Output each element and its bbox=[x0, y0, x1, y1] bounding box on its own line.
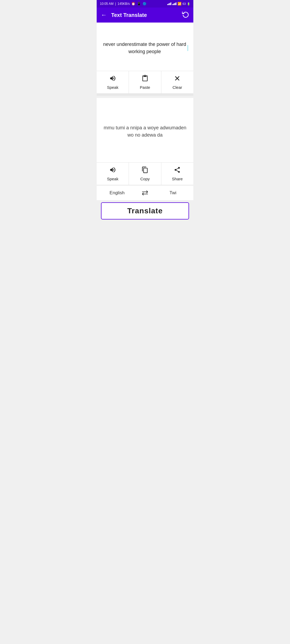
input-action-row: Speak Paste Clear bbox=[97, 71, 193, 93]
output-speak-label: Speak bbox=[107, 177, 118, 181]
header: ← Text Translate bbox=[97, 8, 193, 23]
time-display: 10:05 AM bbox=[100, 2, 114, 6]
whatsapp-icon: 📱 bbox=[137, 2, 141, 6]
copy-icon bbox=[142, 166, 148, 175]
share-button[interactable]: Share bbox=[161, 163, 193, 185]
input-section: never underestimate the power of hard wo… bbox=[97, 23, 193, 94]
page-title: Text Translate bbox=[111, 12, 182, 18]
copy-button[interactable]: Copy bbox=[129, 163, 161, 185]
output-action-row: Speak Copy Share bbox=[97, 162, 193, 185]
source-language-label: English bbox=[110, 190, 125, 196]
wifi-icon: 📶 bbox=[177, 2, 182, 6]
signal-bars-2 bbox=[172, 2, 176, 5]
language-bar: English Twi bbox=[97, 185, 193, 200]
network-speed: | bbox=[115, 2, 116, 6]
target-language-button[interactable]: Twi bbox=[153, 185, 193, 200]
text-cursor bbox=[188, 45, 188, 51]
input-speak-button[interactable]: Speak bbox=[97, 71, 129, 93]
output-speak-button[interactable]: Speak bbox=[97, 163, 129, 185]
output-speak-icon bbox=[109, 166, 116, 175]
output-text-display: mmu tumi a nnipa a woye adwumaden wo no … bbox=[97, 98, 193, 162]
status-right: 📶 63 🔋 bbox=[167, 2, 190, 6]
signal-bars-1 bbox=[167, 2, 171, 5]
input-speak-label: Speak bbox=[107, 85, 118, 90]
paste-button[interactable]: Paste bbox=[129, 71, 161, 93]
status-bar: 10:05 AM | 145KB/s ⏰ 📱 🔵 📶 63 🔋 bbox=[97, 0, 193, 8]
clear-button[interactable]: Clear bbox=[161, 71, 193, 93]
input-text-display[interactable]: never underestimate the power of hard wo… bbox=[97, 23, 193, 71]
share-label: Share bbox=[172, 177, 183, 181]
source-language-button[interactable]: English bbox=[97, 185, 137, 200]
back-button[interactable]: ← bbox=[101, 12, 107, 19]
copy-label: Copy bbox=[140, 177, 150, 181]
network-speed-value: 145KB/s bbox=[118, 2, 130, 6]
target-language-label: Twi bbox=[169, 190, 176, 196]
section-divider bbox=[97, 94, 193, 96]
output-section: mmu tumi a nnipa a woye adwumaden wo no … bbox=[97, 98, 193, 185]
battery-percent: 63 bbox=[183, 2, 186, 5]
status-left: 10:05 AM | 145KB/s ⏰ 📱 🔵 bbox=[100, 2, 147, 6]
translate-button[interactable]: Translate bbox=[101, 202, 189, 219]
paste-label: Paste bbox=[140, 85, 150, 90]
share-icon bbox=[174, 166, 181, 175]
clear-label: Clear bbox=[172, 85, 182, 90]
output-text: mmu tumi a nnipa a woye adwumaden wo no … bbox=[102, 124, 188, 139]
speak-icon bbox=[109, 75, 116, 83]
vpn-icon: 🔵 bbox=[143, 2, 147, 6]
history-button[interactable] bbox=[182, 11, 189, 19]
input-text: never underestimate the power of hard wo… bbox=[102, 41, 187, 55]
swap-languages-button[interactable] bbox=[137, 190, 153, 196]
alarm-icon: ⏰ bbox=[131, 2, 135, 6]
clear-icon bbox=[174, 75, 181, 83]
paste-icon bbox=[142, 75, 148, 83]
battery-icon: 🔋 bbox=[187, 2, 190, 5]
